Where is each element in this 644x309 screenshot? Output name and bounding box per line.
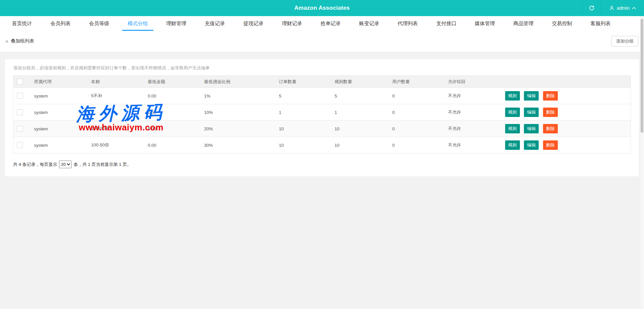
username-label: admin <box>617 5 630 11</box>
breadcrumb: » 叠加组列表 <box>5 38 34 44</box>
cell-orders: 1 <box>279 104 335 121</box>
rule-button[interactable]: 规则 <box>505 91 520 101</box>
tab-media-manage[interactable]: 媒体管理 <box>466 16 504 31</box>
cell-rules: 10 <box>335 121 392 137</box>
rule-button[interactable]: 规则 <box>505 124 520 133</box>
group-table-wrap: 所属代理 名称 最低金额 最低佣金比例 订单数量 规则数量 用户数量 允许轮回 <box>13 75 631 153</box>
cell-min-commission: 10% <box>204 104 279 121</box>
tab-withdraw-records[interactable]: 提现记录 <box>234 16 273 31</box>
cell-rules: 10 <box>335 137 392 153</box>
cell-rules: 1 <box>335 104 392 121</box>
col-name: 名称 <box>91 76 148 88</box>
table-row: system 100-50倍 0.00 30% 10 10 0 不允许 规则 编… <box>13 137 631 153</box>
tab-member-level[interactable]: 会员等级 <box>80 16 118 31</box>
col-rules: 规则数量 <box>335 76 392 88</box>
tab-product-manage[interactable]: 商品管理 <box>504 16 543 31</box>
edit-button[interactable]: 编辑 <box>524 108 539 117</box>
header-controls: admin <box>582 0 644 16</box>
cell-allow-loop: 不允许 <box>448 88 505 104</box>
delete-button[interactable]: 删除 <box>543 91 558 101</box>
pagination-bar: 共 4 条记录，每页显示 20 条，共 1 页当前显示第 1 页。 <box>5 153 639 176</box>
cell-actions: 规则 编辑 删除 <box>505 104 631 121</box>
page-size-select[interactable]: 20 <box>59 161 71 168</box>
select-all-checkbox[interactable] <box>17 79 23 85</box>
tab-mode-group[interactable]: 模式分组 <box>118 16 157 31</box>
refresh-button[interactable] <box>582 0 601 16</box>
page-scrollbar-thumb[interactable] <box>641 19 643 133</box>
cell-allow-loop: 不允许 <box>448 104 505 121</box>
cell-users: 0 <box>392 121 448 137</box>
rule-button[interactable]: 规则 <box>505 140 520 150</box>
cell-orders: 10 <box>279 137 335 153</box>
tab-home-stats[interactable]: 首页统计 <box>3 16 41 31</box>
table-row: system 10单50倍 0.00 20% 10 10 0 不允许 规则 编辑… <box>13 121 631 137</box>
chevron-up-icon <box>632 7 636 9</box>
cell-agent: system <box>34 104 91 121</box>
tab-balance-change-records[interactable]: 账变记录 <box>350 16 388 31</box>
col-min-amount: 最低金额 <box>148 76 204 88</box>
col-actions <box>505 76 631 88</box>
edit-button[interactable]: 编辑 <box>524 124 539 133</box>
tab-trade-control[interactable]: 交易控制 <box>543 16 581 31</box>
delete-button[interactable]: 删除 <box>543 108 558 117</box>
page-body: 添加分组后，必须添加规则，并且规则需要对应好订单个数，若出现不对称情况，会导致用… <box>0 52 644 309</box>
edit-button[interactable]: 编辑 <box>524 140 539 150</box>
cell-min-amount: 0.00 <box>148 104 204 121</box>
main-nav: 首页统计 会员列表 会员等级 模式分组 理财管理 充值记录 提现记录 理财记录 … <box>0 16 644 31</box>
cell-users: 0 <box>392 88 448 104</box>
col-users: 用户数量 <box>392 76 448 88</box>
col-allow-loop: 允许轮回 <box>448 76 505 88</box>
group-list-panel: 添加分组后，必须添加规则，并且规则需要对应好订单个数，若出现不对称情况，会导致用… <box>5 59 639 176</box>
cell-actions: 规则 编辑 删除 <box>505 121 631 137</box>
delete-button[interactable]: 删除 <box>543 140 558 150</box>
breadcrumb-arrows-icon: » <box>5 38 8 44</box>
cell-min-commission: 30% <box>204 137 279 153</box>
edit-button[interactable]: 编辑 <box>524 91 539 101</box>
tab-finance-manage[interactable]: 理财管理 <box>157 16 196 31</box>
cell-allow-loop: 不允许 <box>448 137 505 153</box>
tab-recharge-records[interactable]: 充值记录 <box>196 16 234 31</box>
cell-allow-loop: 不允许 <box>448 121 505 137</box>
page-title: 叠加组列表 <box>11 38 34 44</box>
row-checkbox[interactable] <box>17 93 23 99</box>
tab-member-list[interactable]: 会员列表 <box>41 16 80 31</box>
cell-min-amount: 0.00 <box>148 121 204 137</box>
tab-customer-service-list[interactable]: 客服列表 <box>581 16 620 31</box>
table-row: system 1 0.00 10% 1 1 0 不允许 规则 编辑 删除 <box>13 104 631 121</box>
cell-min-commission: 20% <box>204 121 279 137</box>
tab-finance-records[interactable]: 理财记录 <box>273 16 311 31</box>
row-checkbox[interactable] <box>17 109 23 115</box>
cell-name: 5不补 <box>91 88 148 104</box>
table-row: system 5不补 0.00 1% 5 5 0 不允许 规则 编辑 删除 <box>13 88 631 104</box>
cell-actions: 规则 编辑 删除 <box>505 137 631 153</box>
cell-name: 100-50倍 <box>91 137 148 153</box>
col-min-commission: 最低佣金比例 <box>204 76 279 88</box>
row-checkbox[interactable] <box>17 126 23 132</box>
col-orders: 订单数量 <box>279 76 335 88</box>
tab-grab-order-records[interactable]: 抢单记录 <box>311 16 350 31</box>
top-header-bar: Amazon Associates admin <box>0 0 644 16</box>
row-checkbox[interactable] <box>17 142 23 148</box>
pagination-suffix: 条，共 1 页当前显示第 1 页。 <box>73 162 131 168</box>
user-menu[interactable]: admin <box>601 0 644 16</box>
tab-payment-interface[interactable]: 支付接口 <box>427 16 466 31</box>
rule-button[interactable]: 规则 <box>505 108 520 117</box>
cell-users: 0 <box>392 137 448 153</box>
cell-orders: 10 <box>279 121 335 137</box>
cell-agent: system <box>34 137 91 153</box>
cell-users: 0 <box>392 104 448 121</box>
user-icon <box>609 5 614 11</box>
col-agent: 所属代理 <box>34 76 91 88</box>
cell-name: 1 <box>91 104 148 121</box>
add-group-button[interactable]: 添加分组 <box>611 36 638 47</box>
page-scrollbar-track[interactable] <box>640 16 644 309</box>
cell-agent: system <box>34 88 91 104</box>
cell-min-commission: 1% <box>204 88 279 104</box>
app-title: Amazon Associates <box>0 5 644 11</box>
cell-name: 10单50倍 <box>91 121 148 137</box>
table-header-row: 所属代理 名称 最低金额 最低佣金比例 订单数量 规则数量 用户数量 允许轮回 <box>13 76 631 88</box>
cell-actions: 规则 编辑 删除 <box>505 88 631 104</box>
cell-agent: system <box>34 121 91 137</box>
tab-agent-list[interactable]: 代理列表 <box>388 16 427 31</box>
delete-button[interactable]: 删除 <box>543 124 558 133</box>
